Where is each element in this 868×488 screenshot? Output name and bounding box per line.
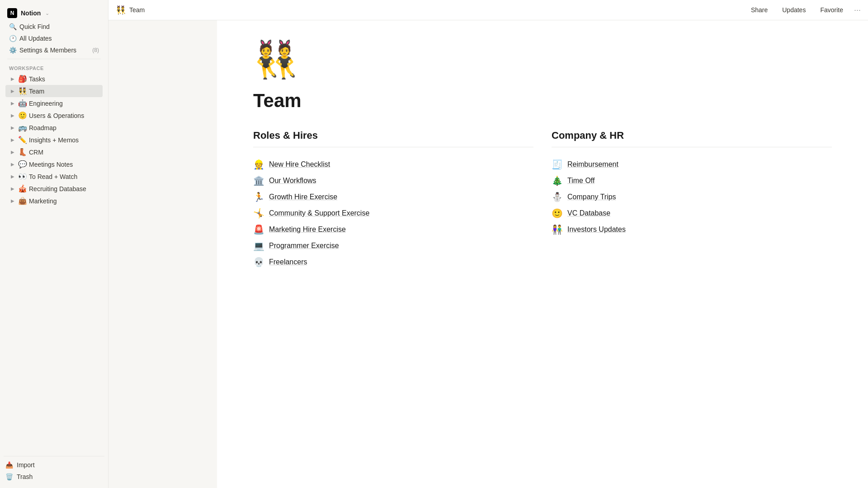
notion-logo: N [7,8,17,18]
marketing-hire-icon: 🚨 [253,224,264,235]
settings-icon: ⚙️ [9,47,17,54]
link-programmer-exercise[interactable]: 💻 Programmer Exercise [253,238,533,254]
sidebar: N Notion ⌄ 🔍 Quick Find 🕐 All Updates ⚙️… [0,0,108,488]
expand-arrow-icon: ▶ [9,76,16,81]
section-divider-2 [552,147,832,147]
workspace-label: WORKSPACE [4,62,104,73]
section-company-hr: Company & HR 🧾 Reimbursement 🎄 Time Off … [552,130,832,270]
sidebar-item-trash[interactable]: 🗑️ Trash [0,471,108,483]
reimbursement-icon: 🧾 [552,159,563,170]
topbar-actions: Share Updates Favorite ··· [747,5,861,15]
expand-arrow-icon: ▶ [9,198,16,203]
favorite-button[interactable]: Favorite [816,5,847,15]
vc-database-icon: 🙂 [552,208,563,219]
sidebar-item-engineering[interactable]: ▶ 🤖 Engineering [5,97,103,109]
link-marketing-hire-exercise[interactable]: 🚨 Marketing Hire Exercise [253,221,533,238]
link-growth-hire-exercise[interactable]: 🏃 Growth Hire Exercise [253,189,533,205]
sidebar-bottom: 📥 Import 🗑️ Trash [0,451,108,484]
page-emoji-icon: 👯 [116,5,126,15]
workflows-icon: 🏛️ [253,175,264,186]
expand-arrow-icon: ▶ [9,186,16,191]
sidebar-item-to-read-watch[interactable]: ▶ 👀 To Read + Watch [5,170,103,183]
sidebar-item-marketing[interactable]: ▶ 👜 Marketing [5,195,103,207]
updates-button[interactable]: Updates [778,5,809,15]
sidebar-top: N Notion ⌄ 🔍 Quick Find 🕐 All Updates ⚙️… [0,4,108,211]
link-time-off[interactable]: 🎄 Time Off [552,173,832,189]
chevron-down-icon: ⌄ [45,10,49,16]
sidebar-item-all-updates[interactable]: 🕐 All Updates [5,33,103,44]
page-title: Team [129,6,145,14]
freelancers-icon: 💀 [253,257,264,267]
expand-arrow-icon: ▶ [9,89,16,94]
expand-arrow-icon: ▶ [9,101,16,106]
sidebar-item-users-operations[interactable]: ▶ 🙂 Users & Operations [5,109,103,122]
sidebar-item-quick-find[interactable]: 🔍 Quick Find [5,21,103,33]
app-title: Notion [21,9,41,17]
sidebar-item-insights-memos[interactable]: ▶ ✏️ Insights + Memos [5,134,103,146]
sidebar-item-recruiting-database[interactable]: ▶ 🎪 Recruiting Database [5,183,103,195]
sidebar-item-tasks[interactable]: ▶ 🎒 Tasks [5,73,103,85]
link-our-workflows[interactable]: 🏛️ Our Workflows [253,173,533,189]
link-vc-database[interactable]: 🙂 VC Database [552,205,832,221]
section-heading-roles-hires: Roles & Hires [253,130,533,141]
sidebar-item-meetings-notes[interactable]: ▶ 💬 Meetings Notes [5,158,103,170]
link-new-hire-checklist[interactable]: 👷 New Hire Checklist [253,156,533,173]
expand-arrow-icon: ▶ [9,113,16,118]
page-hero-emoji: 👯 [253,38,832,81]
link-company-trips[interactable]: ⛄ Company Trips [552,189,832,205]
link-reimbursement[interactable]: 🧾 Reimbursement [552,156,832,173]
topbar: 👯 Team Share Updates Favorite ··· [108,0,868,20]
import-icon: 📥 [5,461,13,469]
content-grid: Roles & Hires 👷 New Hire Checklist 🏛️ Ou… [253,130,832,270]
clock-icon: 🕐 [9,35,17,42]
company-trips-icon: ⛄ [552,192,563,202]
sidebar-item-team[interactable]: ▶ 👯 Team [5,85,103,97]
sidebar-item-import[interactable]: 📥 Import [0,459,108,471]
link-community-support-exercise[interactable]: 🤸 Community & Support Exercise [253,205,533,221]
time-off-icon: 🎄 [552,175,563,186]
investors-updates-icon: 👫 [552,224,563,235]
sidebar-divider [7,59,101,59]
main-content: 👯 Team Roles & Hires 👷 New Hire Checklis… [217,20,868,488]
sidebar-item-crm[interactable]: ▶ 👢 CRM [5,146,103,158]
expand-arrow-icon: ▶ [9,150,16,155]
link-investors-updates[interactable]: 👫 Investors Updates [552,221,832,238]
expand-arrow-icon: ▶ [9,125,16,130]
community-support-icon: 🤸 [253,208,264,219]
expand-arrow-icon: ▶ [9,174,16,179]
sidebar-bottom-divider [4,456,104,456]
section-heading-company-hr: Company & HR [552,130,832,141]
notion-header[interactable]: N Notion ⌄ [4,5,104,21]
share-button[interactable]: Share [747,5,771,15]
topbar-title: 👯 Team [116,5,145,15]
section-roles-hires: Roles & Hires 👷 New Hire Checklist 🏛️ Ou… [253,130,533,270]
section-divider [253,147,533,147]
trash-icon: 🗑️ [5,473,13,480]
programmer-icon: 💻 [253,240,264,251]
page-main-title: Team [253,90,832,112]
expand-arrow-icon: ▶ [9,162,16,167]
growth-hire-icon: 🏃 [253,192,264,202]
sidebar-item-settings[interactable]: ⚙️ Settings & Members (8) [5,44,103,56]
new-hire-icon: 👷 [253,159,264,170]
search-icon: 🔍 [9,23,17,30]
expand-arrow-icon: ▶ [9,137,16,142]
link-freelancers[interactable]: 💀 Freelancers [253,254,533,270]
sidebar-item-roadmap[interactable]: ▶ 🚌 Roadmap [5,122,103,134]
more-options-icon[interactable]: ··· [854,5,861,15]
